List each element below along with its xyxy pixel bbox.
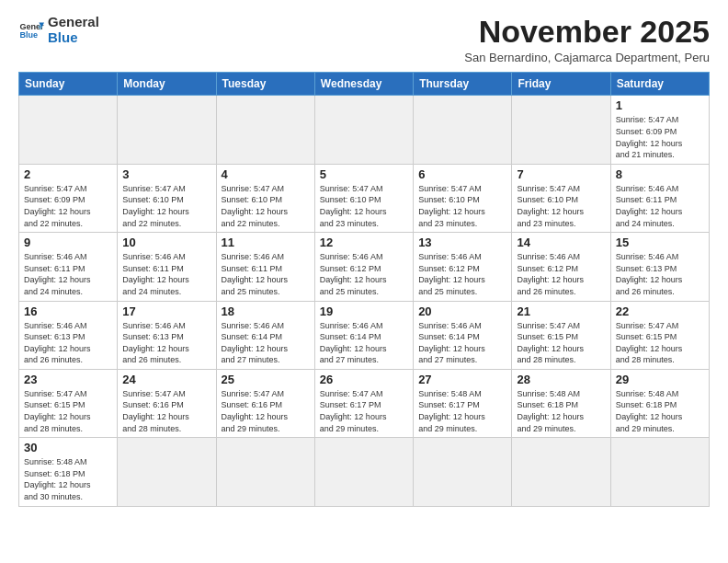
calendar-cell [512,438,610,506]
day-number: 6 [418,167,506,181]
day-number: 5 [320,167,408,181]
day-info: Sunrise: 5:46 AM Sunset: 6:13 PM Dayligh… [24,320,112,366]
header-wednesday: Wednesday [314,73,413,96]
day-info: Sunrise: 5:47 AM Sunset: 6:10 PM Dayligh… [320,183,408,229]
calendar-cell [19,96,118,164]
day-number: 20 [418,304,506,318]
calendar-cell: 17Sunrise: 5:46 AM Sunset: 6:13 PM Dayli… [118,301,216,369]
day-info: Sunrise: 5:47 AM Sunset: 6:09 PM Dayligh… [24,183,112,229]
calendar-cell: 21Sunrise: 5:47 AM Sunset: 6:15 PM Dayli… [512,301,610,369]
calendar-cell: 15Sunrise: 5:46 AM Sunset: 6:13 PM Dayli… [610,233,709,301]
day-number: 11 [222,236,310,249]
day-info: Sunrise: 5:46 AM Sunset: 6:13 PM Dayligh… [122,320,210,366]
logo-icon: General Blue [18,17,44,43]
calendar-cell: 14Sunrise: 5:46 AM Sunset: 6:12 PM Dayli… [512,233,610,301]
day-number: 8 [616,167,704,181]
day-number: 25 [222,373,310,386]
calendar-cell: 26Sunrise: 5:47 AM Sunset: 6:17 PM Dayli… [314,369,413,437]
day-number: 27 [418,373,506,386]
day-info: Sunrise: 5:47 AM Sunset: 6:10 PM Dayligh… [122,183,210,229]
calendar-cell: 1Sunrise: 5:47 AM Sunset: 6:09 PM Daylig… [610,96,709,164]
header-tuesday: Tuesday [216,73,314,96]
day-number: 26 [320,373,408,386]
day-info: Sunrise: 5:46 AM Sunset: 6:13 PM Dayligh… [616,251,704,297]
day-info: Sunrise: 5:46 AM Sunset: 6:11 PM Dayligh… [222,251,310,297]
calendar-cell [314,96,413,164]
day-info: Sunrise: 5:48 AM Sunset: 6:18 PM Dayligh… [24,456,112,502]
header-sunday: Sunday [19,73,118,96]
day-number: 2 [24,167,112,181]
calendar-cell: 24Sunrise: 5:47 AM Sunset: 6:16 PM Dayli… [118,369,216,437]
day-info: Sunrise: 5:47 AM Sunset: 6:10 PM Dayligh… [418,183,506,229]
calendar-cell: 8Sunrise: 5:46 AM Sunset: 6:11 PM Daylig… [610,164,709,232]
calendar-cell: 2Sunrise: 5:47 AM Sunset: 6:09 PM Daylig… [19,164,118,232]
calendar-cell: 16Sunrise: 5:46 AM Sunset: 6:13 PM Dayli… [19,301,118,369]
day-number: 10 [122,236,210,249]
header-monday: Monday [118,73,216,96]
svg-text:Blue: Blue [19,30,38,40]
calendar-cell [414,438,512,506]
day-info: Sunrise: 5:46 AM Sunset: 6:12 PM Dayligh… [418,251,506,297]
day-number: 29 [616,373,704,386]
calendar-cell [610,438,709,506]
calendar-cell: 20Sunrise: 5:46 AM Sunset: 6:14 PM Dayli… [414,301,512,369]
calendar-cell: 22Sunrise: 5:47 AM Sunset: 6:15 PM Dayli… [610,301,709,369]
day-info: Sunrise: 5:46 AM Sunset: 6:14 PM Dayligh… [320,320,408,366]
day-number: 12 [320,236,408,249]
day-number: 1 [616,98,704,112]
day-number: 9 [24,236,112,249]
day-number: 16 [24,304,112,318]
calendar-page: General Blue General Blue November 2025 … [0,0,728,563]
calendar-table: Sunday Monday Tuesday Wednesday Thursday… [18,72,710,506]
calendar-title: November 2025 [464,15,710,49]
calendar-cell: 18Sunrise: 5:46 AM Sunset: 6:14 PM Dayli… [216,301,314,369]
calendar-cell [414,96,512,164]
calendar-subtitle: San Bernardino, Cajamarca Department, Pe… [464,51,710,64]
calendar-cell: 13Sunrise: 5:46 AM Sunset: 6:12 PM Dayli… [414,233,512,301]
header: General Blue General Blue November 2025 … [18,15,710,64]
calendar-cell [216,438,314,506]
day-number: 22 [616,304,704,318]
day-number: 13 [418,236,506,249]
day-number: 19 [320,304,408,318]
day-number: 17 [122,304,210,318]
day-info: Sunrise: 5:46 AM Sunset: 6:12 PM Dayligh… [517,251,605,297]
day-info: Sunrise: 5:48 AM Sunset: 6:17 PM Dayligh… [418,388,506,434]
calendar-cell: 9Sunrise: 5:46 AM Sunset: 6:11 PM Daylig… [19,233,118,301]
logo-blue: Blue [48,30,99,46]
day-info: Sunrise: 5:48 AM Sunset: 6:18 PM Dayligh… [517,388,605,434]
calendar-cell: 11Sunrise: 5:46 AM Sunset: 6:11 PM Dayli… [216,233,314,301]
calendar-cell: 10Sunrise: 5:46 AM Sunset: 6:11 PM Dayli… [118,233,216,301]
day-info: Sunrise: 5:46 AM Sunset: 6:14 PM Dayligh… [418,320,506,366]
day-number: 30 [24,441,112,454]
day-number: 21 [517,304,605,318]
day-number: 23 [24,373,112,386]
day-number: 15 [616,236,704,249]
calendar-cell: 23Sunrise: 5:47 AM Sunset: 6:15 PM Dayli… [19,369,118,437]
day-info: Sunrise: 5:46 AM Sunset: 6:14 PM Dayligh… [222,320,310,366]
calendar-cell: 7Sunrise: 5:47 AM Sunset: 6:10 PM Daylig… [512,164,610,232]
day-info: Sunrise: 5:47 AM Sunset: 6:16 PM Dayligh… [122,388,210,434]
day-number: 7 [517,167,605,181]
day-info: Sunrise: 5:47 AM Sunset: 6:10 PM Dayligh… [222,183,310,229]
calendar-cell [118,438,216,506]
calendar-cell: 29Sunrise: 5:48 AM Sunset: 6:18 PM Dayli… [610,369,709,437]
calendar-cell: 25Sunrise: 5:47 AM Sunset: 6:16 PM Dayli… [216,369,314,437]
day-number: 24 [122,373,210,386]
title-block: November 2025 San Bernardino, Cajamarca … [464,15,710,64]
calendar-cell: 19Sunrise: 5:46 AM Sunset: 6:14 PM Dayli… [314,301,413,369]
day-info: Sunrise: 5:47 AM Sunset: 6:15 PM Dayligh… [616,320,704,366]
calendar-cell: 27Sunrise: 5:48 AM Sunset: 6:17 PM Dayli… [414,369,512,437]
day-number: 14 [517,236,605,249]
calendar-cell: 12Sunrise: 5:46 AM Sunset: 6:12 PM Dayli… [314,233,413,301]
calendar-cell: 4Sunrise: 5:47 AM Sunset: 6:10 PM Daylig… [216,164,314,232]
header-thursday: Thursday [414,73,512,96]
calendar-cell [118,96,216,164]
calendar-cell [314,438,413,506]
day-number: 28 [517,373,605,386]
day-info: Sunrise: 5:47 AM Sunset: 6:16 PM Dayligh… [222,388,310,434]
day-info: Sunrise: 5:46 AM Sunset: 6:11 PM Dayligh… [24,251,112,297]
day-info: Sunrise: 5:47 AM Sunset: 6:10 PM Dayligh… [517,183,605,229]
calendar-cell: 6Sunrise: 5:47 AM Sunset: 6:10 PM Daylig… [414,164,512,232]
calendar-cell: 3Sunrise: 5:47 AM Sunset: 6:10 PM Daylig… [118,164,216,232]
